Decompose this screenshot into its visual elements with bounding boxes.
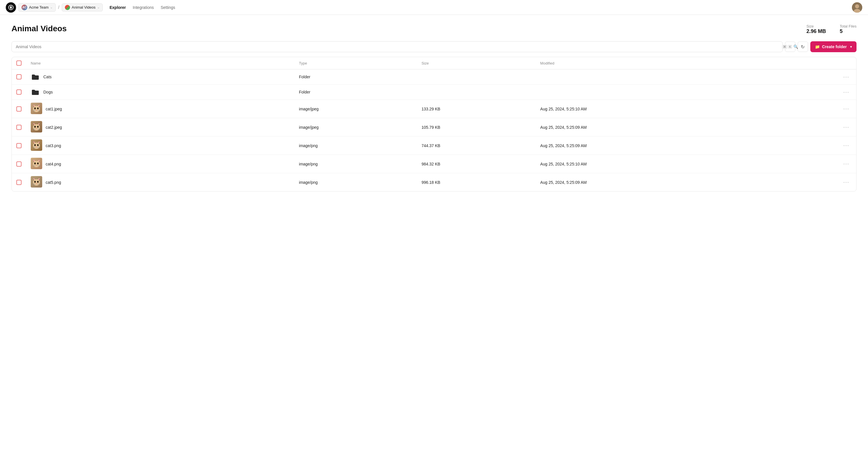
file-thumbnail xyxy=(31,121,42,133)
file-table: Name Type Size Modified CatsFolder··· Do… xyxy=(12,57,856,191)
row-checkbox[interactable] xyxy=(17,162,22,167)
select-all-th xyxy=(12,57,26,69)
svg-line-33 xyxy=(37,129,40,130)
svg-line-61 xyxy=(33,166,36,166)
file-thumbnail xyxy=(31,103,42,115)
file-size xyxy=(417,85,536,100)
svg-point-35 xyxy=(33,142,40,149)
bucket-selector[interactable]: Animal Videos ⌄ xyxy=(62,3,103,11)
table-header-row: Name Type Size Modified xyxy=(12,57,856,69)
team-name: Acme Team xyxy=(29,5,49,9)
row-checkbox[interactable] xyxy=(17,106,22,111)
file-name[interactable]: cat1.jpeg xyxy=(45,107,62,111)
file-name[interactable]: Dogs xyxy=(43,90,53,94)
row-checkbox[interactable] xyxy=(17,180,22,185)
svg-line-46 xyxy=(33,148,36,148)
size-stat: Size 2.96 MB xyxy=(806,24,826,34)
file-name-cell: cat3.png xyxy=(31,139,290,152)
svg-point-42 xyxy=(35,144,35,145)
file-thumbnail xyxy=(31,176,42,189)
file-name[interactable]: cat4.png xyxy=(45,162,61,166)
folder-icon xyxy=(31,88,40,97)
app-logo[interactable] xyxy=(6,2,16,12)
user-avatar[interactable] xyxy=(852,2,862,12)
svg-point-73 xyxy=(38,181,38,182)
svg-point-5 xyxy=(33,106,40,112)
table-row: cat5.pngimage/png996.18 KBAug 25, 2024, … xyxy=(12,173,856,192)
row-checkbox[interactable] xyxy=(17,90,22,95)
row-more-button[interactable]: ··· xyxy=(841,178,851,187)
svg-point-43 xyxy=(38,144,38,145)
th-type: Type xyxy=(294,57,417,69)
svg-point-50 xyxy=(33,161,40,167)
toolbar: ⌘ K 🔍 ↻ 📁 Create folder ▾ xyxy=(11,41,857,52)
svg-line-78 xyxy=(37,184,40,185)
file-size xyxy=(417,69,536,85)
row-more-button[interactable]: ··· xyxy=(841,88,851,96)
file-name[interactable]: Cats xyxy=(43,74,52,79)
file-modified xyxy=(536,69,772,85)
nav-link-integrations[interactable]: Integrations xyxy=(133,5,154,10)
nav-link-settings[interactable]: Settings xyxy=(161,5,175,10)
row-checkbox[interactable] xyxy=(17,125,22,130)
size-label: Size xyxy=(806,24,826,28)
file-name-cell: cat2.jpeg xyxy=(31,121,290,133)
files-label: Total Files xyxy=(840,24,857,28)
select-all-checkbox[interactable] xyxy=(17,61,22,66)
kbd-mod: ⌘ xyxy=(782,45,787,49)
file-size: 996.18 KB xyxy=(417,173,536,192)
create-folder-button[interactable]: 📁 Create folder ▾ xyxy=(810,41,857,52)
folder-icon xyxy=(31,72,40,81)
table-row: cat1.jpegimage/jpeg133.29 KBAug 25, 2024… xyxy=(12,100,856,118)
top-navigation: AC Acme Team ⌄ / Animal Videos ⌄ Explore… xyxy=(0,0,868,15)
refresh-btn[interactable]: ↻ xyxy=(798,42,808,52)
row-checkbox[interactable] xyxy=(17,74,22,79)
table-row: CatsFolder··· xyxy=(12,69,856,85)
search-shortcut-btn[interactable]: ⌘ K 🔍 xyxy=(785,42,795,52)
team-selector[interactable]: AC Acme Team ⌄ xyxy=(19,3,56,12)
row-more-button[interactable]: ··· xyxy=(841,105,851,113)
nav-links: Explorer Integrations Settings xyxy=(110,5,175,10)
svg-point-28 xyxy=(38,126,38,127)
bucket-chevron-icon: ⌄ xyxy=(97,6,100,9)
kbd-key: K xyxy=(788,45,792,49)
th-actions xyxy=(772,57,856,69)
row-more-button[interactable]: ··· xyxy=(841,141,851,150)
table-row: DogsFolder··· xyxy=(12,85,856,100)
file-type: Folder xyxy=(294,85,417,100)
row-more-button[interactable]: ··· xyxy=(841,160,851,168)
svg-point-58 xyxy=(38,163,38,164)
file-size: 744.37 KB xyxy=(417,136,536,155)
file-name-cell: cat4.png xyxy=(31,158,290,170)
breadcrumb-separator: / xyxy=(58,5,59,10)
search-input[interactable] xyxy=(11,41,783,52)
svg-point-72 xyxy=(35,181,35,182)
file-modified: Aug 25, 2024, 5:25:10 AM xyxy=(536,100,772,118)
file-name[interactable]: cat3.png xyxy=(45,143,61,148)
svg-point-20 xyxy=(33,124,40,131)
row-checkbox[interactable] xyxy=(17,143,22,148)
file-modified: Aug 25, 2024, 5:25:10 AM xyxy=(536,155,772,173)
svg-point-13 xyxy=(38,108,38,109)
file-modified: Aug 25, 2024, 5:25:09 AM xyxy=(536,173,772,192)
svg-point-12 xyxy=(35,108,35,109)
page-header: Animal Videos Size 2.96 MB Total Files 5 xyxy=(11,24,857,34)
keyboard-hint: ⌘ K xyxy=(782,45,792,49)
th-name: Name xyxy=(26,57,294,69)
svg-line-63 xyxy=(37,166,40,166)
file-name-cell: Dogs xyxy=(31,88,290,97)
file-size: 105.79 KB xyxy=(417,118,536,136)
table-row: cat2.jpegimage/jpeg105.79 KBAug 25, 2024… xyxy=(12,118,856,136)
team-chevron-icon: ⌄ xyxy=(50,6,53,9)
file-name[interactable]: cat5.png xyxy=(45,180,61,185)
row-more-button[interactable]: ··· xyxy=(841,123,851,131)
file-name-cell: cat5.png xyxy=(31,176,290,189)
file-modified: Aug 25, 2024, 5:25:09 AM xyxy=(536,118,772,136)
nav-link-explorer[interactable]: Explorer xyxy=(110,5,126,10)
file-name[interactable]: cat2.jpeg xyxy=(45,125,62,130)
file-type: image/png xyxy=(294,173,417,192)
file-thumbnail xyxy=(31,139,42,152)
row-more-button[interactable]: ··· xyxy=(841,73,851,81)
files-stat: Total Files 5 xyxy=(840,24,857,34)
create-folder-label: Create folder xyxy=(822,44,847,49)
